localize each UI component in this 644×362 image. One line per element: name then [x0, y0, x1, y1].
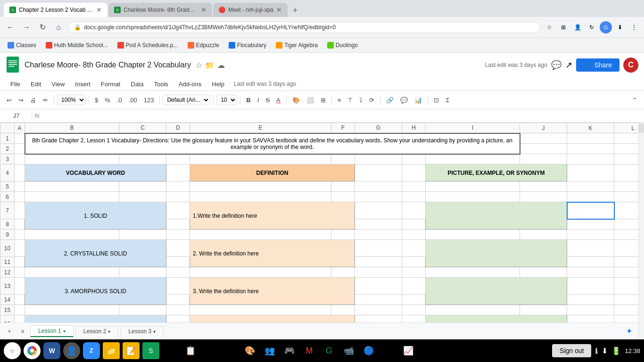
cell-k6[interactable]: [567, 192, 614, 202]
menu-file[interactable]: File: [6, 79, 25, 90]
cell-g13[interactable]: [355, 278, 402, 295]
cell-h8[interactable]: [402, 219, 426, 230]
cell-j16[interactable]: [567, 315, 614, 323]
merge-button[interactable]: ⊞: [318, 95, 329, 106]
cell-h3[interactable]: [402, 154, 426, 165]
cell-g9[interactable]: [355, 230, 402, 240]
cell-i5[interactable]: [426, 181, 520, 192]
cell-e12[interactable]: [190, 267, 331, 278]
sum-button[interactable]: Σ: [443, 95, 452, 106]
def-crystalline-cell[interactable]: 2. Write the definition here: [190, 240, 355, 267]
back-button[interactable]: ←: [4, 21, 17, 34]
taskbar-assist-icon[interactable]: 🔵: [360, 342, 377, 359]
cell-c9[interactable]: [119, 230, 166, 240]
cell-j1[interactable]: [520, 133, 567, 144]
tab-1[interactable]: S Chapter 2 Lesson 2 Vocab Shee ✕: [4, 3, 107, 17]
cell-d3[interactable]: [166, 154, 190, 165]
cell-a12[interactable]: [15, 267, 25, 278]
cell-l12[interactable]: [614, 267, 639, 278]
tab-3-close[interactable]: ✕: [276, 6, 282, 14]
cell-l5[interactable]: [614, 181, 639, 192]
cell-a4[interactable]: [15, 165, 25, 181]
cell-f3[interactable]: [331, 154, 355, 165]
taskbar-notes-icon[interactable]: 📝: [123, 342, 140, 359]
chart-button[interactable]: 📊: [412, 95, 425, 106]
cell-g12[interactable]: [355, 267, 402, 278]
cell-a6[interactable]: [15, 192, 25, 202]
cell-j8[interactable]: [567, 219, 614, 230]
cell-e5[interactable]: [190, 181, 331, 192]
cell-j3[interactable]: [520, 154, 567, 165]
col-header-h[interactable]: H: [402, 123, 426, 133]
cell-i6[interactable]: [426, 192, 520, 202]
sign-out-button[interactable]: Sign out: [552, 344, 591, 357]
taskbar-clipboard-icon[interactable]: 📋: [182, 342, 199, 359]
cell-c3[interactable]: [119, 154, 166, 165]
cell-f9[interactable]: [331, 230, 355, 240]
tab-1-close[interactable]: ✕: [96, 6, 102, 14]
tab3-dropdown-icon[interactable]: ▾: [153, 329, 156, 334]
filter-button[interactable]: ⊡: [431, 95, 442, 106]
col-header-j[interactable]: J: [520, 123, 567, 133]
star-doc-icon[interactable]: ☆: [196, 61, 202, 70]
cell-b6[interactable]: [25, 192, 119, 202]
cell-i3[interactable]: [426, 154, 520, 165]
cell-k4[interactable]: [567, 165, 614, 181]
pic-crystalline-cell[interactable]: [426, 240, 567, 267]
cell-d13[interactable]: [166, 278, 190, 295]
cell-d14[interactable]: [166, 295, 190, 305]
cell-h13[interactable]: [402, 278, 426, 295]
percent-button[interactable]: %: [102, 95, 113, 106]
cell-b12[interactable]: [25, 267, 119, 278]
cell-j5[interactable]: [520, 181, 567, 192]
comment-btn[interactable]: 💬: [397, 95, 411, 106]
menu-format[interactable]: Format: [96, 79, 125, 90]
pic-amorphous-cell[interactable]: [426, 278, 567, 305]
rotate-button[interactable]: ⟳: [366, 95, 377, 106]
def-solid-cell[interactable]: 1.Write the definition here: [190, 202, 355, 230]
cell-l1[interactable]: [614, 133, 639, 144]
menu-help[interactable]: Help: [207, 79, 229, 90]
download-icon[interactable]: ⬇: [614, 21, 626, 33]
bookmark-tiger[interactable]: Tiger Algebra: [272, 41, 322, 49]
currency-button[interactable]: $: [92, 95, 101, 106]
font-size-select[interactable]: 10: [216, 95, 237, 105]
cell-d5[interactable]: [166, 181, 190, 192]
zoom-select[interactable]: 100%: [57, 95, 86, 105]
cell-k7[interactable]: [614, 202, 639, 219]
cell-g3[interactable]: [355, 154, 402, 165]
bookmark-duolingo[interactable]: Duolingo: [323, 41, 362, 49]
bookmark-classes[interactable]: Classes: [4, 41, 40, 49]
align-button[interactable]: ≡: [335, 95, 344, 106]
col-header-g[interactable]: G: [355, 123, 402, 133]
col-header-k[interactable]: K: [567, 123, 614, 133]
cell-k9[interactable]: [567, 230, 614, 240]
cell-g7[interactable]: [355, 202, 402, 219]
cell-k16[interactable]: [614, 315, 639, 323]
taskbar-game-icon[interactable]: 🎮: [281, 342, 298, 359]
cell-d12[interactable]: [166, 267, 190, 278]
bold-button[interactable]: B: [243, 95, 253, 106]
tab-3[interactable]: Meet - rxh-juji-xpa ✕: [213, 3, 288, 17]
col-header-d[interactable]: D: [166, 123, 190, 133]
sheet-tab-lesson2[interactable]: Lesson 2 ▾: [75, 326, 119, 337]
cell-e9[interactable]: [190, 230, 331, 240]
valign-button[interactable]: ⊤: [345, 95, 355, 106]
more-icon[interactable]: ⋮: [628, 21, 640, 33]
cell-g8[interactable]: [355, 219, 402, 230]
bookmark-edpuzzle[interactable]: Edpuzzle: [184, 41, 223, 49]
cell-a15[interactable]: [15, 305, 25, 315]
bookmark-huth[interactable]: Huth Middle School...: [42, 41, 112, 49]
taskbar-contacts-icon[interactable]: 👥: [261, 342, 278, 359]
cell-g14[interactable]: [355, 295, 402, 305]
fill-color-button[interactable]: 🎨: [289, 95, 303, 106]
taskbar-apps-icon[interactable]: ⊞: [222, 342, 239, 359]
cell-k11[interactable]: [614, 257, 639, 267]
cell-k12[interactable]: [567, 267, 614, 278]
refresh-button[interactable]: ↻: [36, 21, 49, 34]
menu-insert[interactable]: Insert: [70, 79, 95, 90]
cell-h9[interactable]: [402, 230, 426, 240]
cell-f12[interactable]: [331, 267, 355, 278]
taskbar-search-button[interactable]: ○: [4, 342, 21, 359]
cell-a9[interactable]: [15, 230, 25, 240]
